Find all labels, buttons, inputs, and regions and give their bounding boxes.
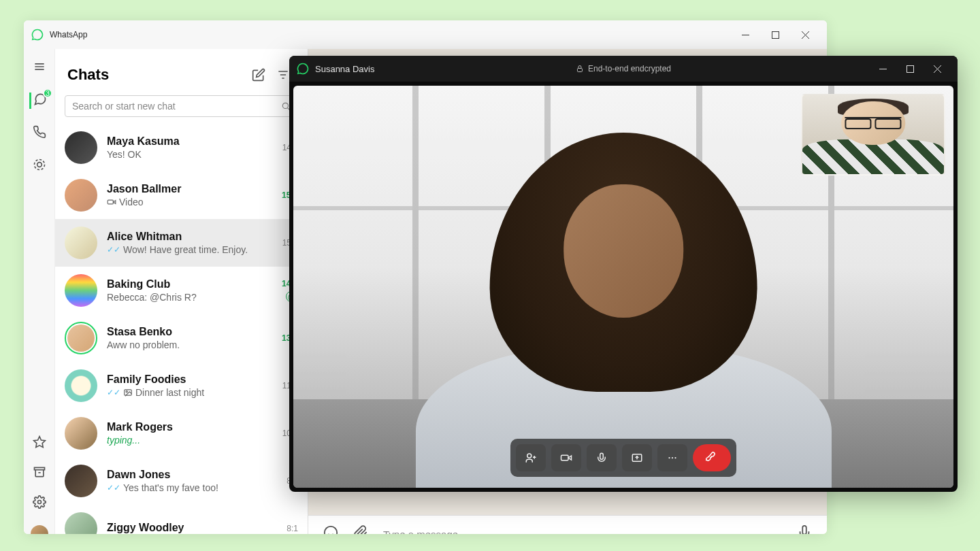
chat-list: Maya KasumaYes! OK14:5Jason Ballmer Vide… (55, 124, 308, 534)
encryption-label: End-to-end endcrypted (588, 64, 671, 73)
svg-point-8 (34, 160, 44, 170)
search-input[interactable]: Search or start new chat (65, 95, 298, 117)
svg-rect-10 (34, 467, 44, 469)
search-placeholder: Search or start new chat (72, 101, 281, 112)
chat-name: Jason Ballmer (107, 183, 272, 195)
chat-preview: Rebecca: @Chris R? (107, 292, 272, 303)
read-checks-icon: ✓✓ (107, 388, 120, 397)
photo-icon (123, 388, 133, 397)
add-participant-button[interactable] (516, 444, 546, 471)
chat-row[interactable]: Mark Rogerstyping...10:5 (55, 410, 308, 457)
settings-nav-icon[interactable] (33, 495, 46, 512)
chat-preview: ✓✓ Wow! Have great time. Enjoy. (107, 244, 273, 255)
chat-avatar (65, 465, 97, 497)
self-video-pip[interactable] (801, 94, 945, 176)
menu-icon[interactable] (33, 60, 46, 76)
svg-point-21 (126, 391, 127, 393)
chat-name: Baking Club (107, 278, 272, 290)
chat-row[interactable]: Ziggy Woodley8:1 (55, 505, 308, 534)
chat-avatar (65, 322, 97, 354)
call-contact-name: Susanna Davis (315, 64, 374, 74)
call-window: Susanna Davis End-to-end endcrypted (289, 56, 958, 492)
unread-badge: 3 (43, 88, 52, 98)
camera-toggle-button[interactable] (551, 444, 581, 471)
chat-name: Ziggy Woodley (107, 522, 277, 534)
svg-rect-26 (577, 69, 582, 72)
whatsapp-logo-icon (31, 28, 44, 41)
emoji-button[interactable] (323, 525, 338, 534)
chat-preview: Video (107, 197, 272, 207)
svg-point-39 (672, 457, 673, 458)
chat-name: Mark Rogers (107, 421, 273, 433)
app-title: WhatsApp (50, 30, 87, 39)
svg-point-31 (527, 454, 532, 458)
svg-rect-18 (108, 200, 113, 204)
chat-avatar (65, 179, 97, 212)
whatsapp-logo-icon (296, 62, 310, 76)
svg-point-40 (674, 457, 676, 458)
svg-point-22 (325, 527, 337, 534)
chat-row[interactable]: Baking ClubRebecca: @Chris R?14:4@ (55, 267, 308, 314)
svg-point-12 (37, 501, 41, 504)
chat-row[interactable]: Family Foodies✓✓ Dinner last night11:2 (55, 362, 308, 410)
chat-preview: Aww no problem. (107, 339, 272, 350)
remote-video (293, 86, 953, 488)
chat-avatar (65, 417, 97, 450)
status-nav-icon[interactable] (33, 158, 46, 174)
read-checks-icon: ✓✓ (107, 483, 120, 492)
chat-row[interactable]: Maya KasumaYes! OK14:5 (55, 124, 308, 171)
read-checks-icon: ✓✓ (107, 245, 120, 254)
call-titlebar: Susanna Davis End-to-end endcrypted (289, 56, 958, 82)
mic-toggle-button[interactable] (587, 444, 617, 471)
nav-rail: 3 (24, 49, 55, 534)
lock-icon (576, 65, 584, 73)
chat-preview: typing... (107, 435, 273, 446)
chats-nav-icon[interactable]: 3 (29, 93, 47, 109)
chat-avatar (65, 274, 97, 307)
chat-avatar (65, 131, 97, 164)
video-icon (107, 197, 116, 207)
chat-sidebar: Chats Search or start new chat Maya Kasu… (55, 49, 308, 534)
chat-name: Dawn Jones (107, 469, 277, 481)
svg-point-7 (37, 163, 42, 167)
chat-row[interactable]: Alice Whitman✓✓ Wow! Have great time. En… (55, 219, 308, 267)
chat-preview: ✓✓ Dinner last night (107, 387, 273, 398)
new-chat-button[interactable] (246, 63, 271, 87)
screenshare-button[interactable] (622, 444, 652, 471)
call-close-button[interactable] (924, 56, 951, 82)
starred-nav-icon[interactable] (33, 435, 46, 452)
mic-button[interactable] (797, 525, 812, 534)
chat-time: 8:1 (287, 524, 298, 533)
chat-name: Alice Whitman (107, 231, 273, 243)
call-minimize-button[interactable] (869, 56, 896, 82)
chat-preview: ✓✓ Yes that's my fave too! (107, 482, 277, 493)
chat-preview: Yes! OK (107, 149, 273, 160)
chat-avatar (65, 512, 97, 534)
svg-rect-34 (561, 455, 569, 461)
attach-button[interactable] (353, 525, 368, 534)
chat-name: Stasa Benko (107, 326, 272, 338)
chat-row[interactable]: Dawn Jones✓✓ Yes that's my fave too!8:3 (55, 457, 308, 505)
call-controls (510, 439, 736, 477)
sidebar-title: Chats (67, 66, 246, 84)
svg-rect-28 (906, 65, 913, 72)
archive-nav-icon[interactable] (33, 465, 46, 482)
chat-row[interactable]: Jason Ballmer Video15:2 (55, 171, 308, 219)
call-maximize-button[interactable] (896, 56, 924, 82)
svg-point-38 (668, 457, 670, 458)
chat-name: Maya Kasuma (107, 135, 273, 148)
minimize-button[interactable] (730, 20, 760, 49)
chat-avatar (65, 369, 97, 402)
maximize-button[interactable] (760, 20, 790, 49)
chat-name: Family Foodies (107, 373, 273, 386)
compose-bar: Type a message (308, 515, 827, 534)
svg-point-16 (282, 103, 288, 108)
more-options-button[interactable] (657, 444, 687, 471)
titlebar: WhatsApp (24, 20, 827, 49)
close-button[interactable] (790, 20, 820, 49)
message-input[interactable]: Type a message (383, 529, 782, 535)
chat-row[interactable]: Stasa BenkoAww no problem.13:5 (55, 314, 308, 362)
end-call-button[interactable] (693, 444, 731, 471)
calls-nav-icon[interactable] (33, 125, 46, 141)
profile-avatar[interactable] (31, 525, 48, 534)
